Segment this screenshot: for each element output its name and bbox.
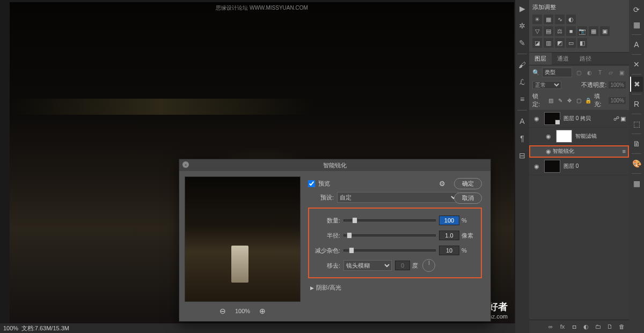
- angle-dial[interactable]: [422, 259, 435, 272]
- amount-slider[interactable]: [343, 219, 436, 221]
- layer-type-filter[interactable]: 类型: [542, 68, 572, 77]
- layer-row[interactable]: ◉ 智能滤镜: [529, 128, 629, 145]
- glyphs-icon[interactable]: ⊟: [516, 149, 529, 162]
- layer-thumbnail[interactable]: [544, 112, 560, 125]
- adj-gradmap-icon[interactable]: ▭: [566, 38, 576, 48]
- tab-paths[interactable]: 路径: [574, 53, 597, 65]
- zoom-out-icon[interactable]: ⊖: [218, 306, 228, 316]
- pen-icon[interactable]: ✎: [516, 36, 529, 49]
- filter-text-icon[interactable]: T: [596, 68, 604, 77]
- 3d-icon[interactable]: ⬚: [630, 116, 643, 131]
- filter-badge-icon[interactable]: ▣: [620, 115, 626, 122]
- notes-icon[interactable]: 🗎: [630, 136, 643, 151]
- play-icon[interactable]: ▶: [516, 2, 529, 15]
- paragraph-icon[interactable]: ¶: [516, 132, 529, 145]
- gear-icon[interactable]: ⚙: [439, 180, 445, 188]
- clone-icon[interactable]: ℒ: [516, 76, 529, 88]
- layer-row[interactable]: ◉ 图层 0: [529, 158, 629, 175]
- lock-brush-icon[interactable]: ✎: [557, 97, 564, 104]
- visibility-icon[interactable]: ◉: [532, 115, 541, 122]
- chevron-right-icon: ▶: [310, 285, 314, 291]
- trash-icon[interactable]: 🗑: [617, 322, 626, 331]
- layer-row[interactable]: ◉ 图层 0 拷贝 ☍▣: [529, 110, 629, 128]
- preset-select[interactable]: 自定: [337, 192, 458, 203]
- radius-slider[interactable]: [343, 234, 436, 236]
- compass-icon[interactable]: ✲: [516, 19, 529, 32]
- layer-thumbnail[interactable]: [544, 160, 560, 173]
- layer-filter-row: 🔍类型 ▢ ◐ T ▱ ▣: [529, 65, 629, 79]
- tab-layers[interactable]: 图层: [529, 53, 552, 65]
- zoom-level[interactable]: 100%: [235, 308, 250, 314]
- adj-levels-icon[interactable]: ▦: [544, 14, 553, 24]
- swatches-icon[interactable]: ▦: [630, 17, 643, 32]
- amount-input[interactable]: 100: [439, 216, 459, 225]
- ok-button[interactable]: 确定: [454, 178, 482, 189]
- filter-image-icon[interactable]: ▢: [574, 68, 583, 77]
- new-layer-icon[interactable]: 🗋: [605, 322, 614, 331]
- shadows-highlights-accordion[interactable]: ▶ 阴影/高光: [308, 278, 482, 293]
- layers-panel: 图层 通道 路径 🔍类型 ▢ ◐ T ▱ ▣ 正常 不透明度: 100% 锁定:…: [529, 53, 629, 333]
- layers-bottom-bar: ∞ fx ◘ ◐ 🗀 🗋 🗑: [529, 320, 629, 333]
- fx-icon[interactable]: fx: [558, 322, 567, 331]
- fill-value[interactable]: 100%: [609, 97, 626, 104]
- dialog-titlebar[interactable]: × 智能锐化: [179, 159, 491, 171]
- close-panel-icon[interactable]: ✖: [630, 77, 643, 92]
- dialog-preview[interactable]: [185, 176, 301, 302]
- char-panel-icon[interactable]: A: [630, 37, 643, 52]
- layer-row-smart-sharpen[interactable]: ◉ 智能锐化 ≡: [529, 145, 629, 158]
- adj-threshold-icon[interactable]: ◩: [555, 38, 565, 48]
- adj-selcolor-icon[interactable]: ◧: [577, 38, 587, 48]
- zoom-in-icon[interactable]: ⊕: [258, 306, 267, 316]
- lock-move-icon[interactable]: ✥: [566, 97, 573, 104]
- remove-select[interactable]: 镜头模糊: [343, 260, 392, 271]
- mask-icon[interactable]: ◘: [570, 322, 579, 331]
- noise-input[interactable]: 10: [439, 246, 459, 255]
- filter-adj-icon[interactable]: ◐: [585, 68, 594, 77]
- close-icon[interactable]: ×: [182, 161, 189, 168]
- color-icon[interactable]: 🎨: [630, 156, 643, 171]
- adj-photofilter-icon[interactable]: 📷: [577, 26, 587, 36]
- adj-balance-icon[interactable]: ⚖: [555, 26, 565, 36]
- adj-invert-icon[interactable]: ◪: [532, 38, 542, 48]
- adj-vibrance-icon[interactable]: ▽: [532, 26, 542, 36]
- lock-pixels-icon[interactable]: ▨: [547, 97, 554, 104]
- history-icon[interactable]: ⟳: [630, 2, 643, 17]
- adj-poster-icon[interactable]: ▥: [544, 38, 553, 48]
- brush-icon[interactable]: 🖌: [516, 58, 529, 71]
- adj-hue-icon[interactable]: ▤: [544, 26, 553, 36]
- blend-mode-select[interactable]: 正常: [532, 81, 561, 89]
- visibility-icon[interactable]: ◉: [544, 133, 553, 140]
- link-icon[interactable]: ☍: [613, 115, 619, 122]
- character-a-icon[interactable]: A: [516, 115, 529, 128]
- cancel-button[interactable]: 取消: [454, 193, 482, 204]
- tab-channels[interactable]: 通道: [552, 53, 574, 65]
- filter-shape-icon[interactable]: ▱: [606, 68, 615, 77]
- tools-icon[interactable]: ✕: [630, 57, 643, 72]
- new-adj-icon[interactable]: ◐: [582, 322, 590, 331]
- group-icon[interactable]: 🗀: [594, 322, 602, 331]
- tool-strip-right: ⟳ ▦ A ✕ ✖ R ⬚ 🗎 🎨 ▦: [629, 0, 644, 333]
- adj-bw-icon[interactable]: ■: [566, 26, 576, 36]
- adj-curves-icon[interactable]: ∿: [555, 14, 565, 24]
- visibility-icon[interactable]: ◉: [532, 163, 541, 170]
- link-layers-icon[interactable]: ∞: [546, 322, 555, 331]
- radius-input[interactable]: 1.0: [439, 231, 459, 240]
- adj-lut-icon[interactable]: ▣: [600, 26, 610, 36]
- opacity-value[interactable]: 100%: [609, 82, 626, 88]
- mask-thumbnail[interactable]: [556, 130, 572, 143]
- adj-brightness-icon[interactable]: ☀: [532, 14, 542, 24]
- angle-input[interactable]: 0: [395, 261, 410, 270]
- filter-settings-icon[interactable]: ≡: [623, 148, 626, 154]
- status-bar: 100% 文档:7.63M/15.3M: [0, 323, 515, 333]
- ruler-icon[interactable]: ≡: [516, 93, 529, 106]
- lock-artboard-icon[interactable]: ▢: [575, 97, 582, 104]
- lock-all-icon[interactable]: 🔒: [584, 97, 591, 104]
- adj-exposure-icon[interactable]: ◐: [566, 14, 576, 24]
- preview-checkbox[interactable]: [308, 180, 315, 187]
- filter-smart-icon[interactable]: ▣: [617, 68, 626, 77]
- adj-mixer-icon[interactable]: ▦: [589, 26, 598, 36]
- grid-icon[interactable]: ▦: [630, 176, 643, 191]
- r-pro-icon[interactable]: R: [630, 97, 643, 112]
- visibility-icon[interactable]: ◉: [544, 148, 553, 155]
- noise-slider[interactable]: [343, 249, 436, 251]
